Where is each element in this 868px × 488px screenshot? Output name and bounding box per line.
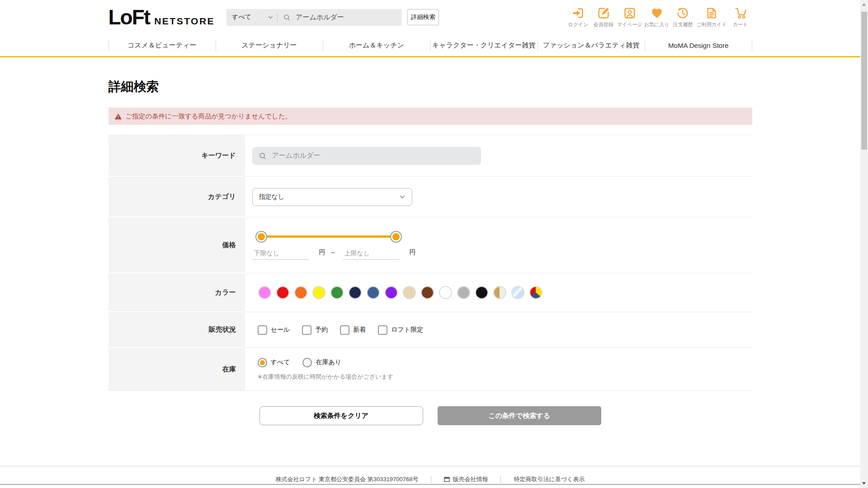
radio-button[interactable] [302, 358, 312, 367]
keyword-input[interactable] [271, 151, 475, 160]
utility-link-label: カート [733, 21, 748, 28]
footer-link[interactable]: 販売会社情報 [444, 475, 488, 483]
nav-item[interactable]: ファッション＆バラエティ雑貨 [538, 34, 645, 56]
register-icon [597, 6, 610, 20]
stock-label: 在庫 [108, 348, 245, 390]
chevron-down-icon [399, 194, 406, 200]
nav-item[interactable]: ステーショナリー [216, 34, 323, 56]
sales-status-option[interactable]: ロフト限定 [378, 325, 423, 335]
search-icon [259, 152, 267, 160]
price-separator: ～ [330, 249, 336, 257]
footer-company-text: 株式会社ロフト 東京都公安委員会 第303319700768号 [276, 475, 419, 483]
color-swatch-gray[interactable] [458, 287, 469, 298]
utility-link-label: ログイン [568, 21, 588, 28]
keyword-field [252, 147, 481, 165]
checkbox-label: 新着 [353, 326, 366, 334]
loft-logo[interactable]: LoFt NETSTORE [108, 7, 215, 28]
radio-label: すべて [271, 358, 290, 366]
checkbox[interactable] [302, 325, 311, 335]
header-search-bar: すべて [226, 9, 402, 26]
slider-handle-min[interactable] [255, 231, 267, 243]
search-icon [283, 14, 291, 21]
error-message: ご指定の条件に一致する商品が見つかりませんでした。 [108, 108, 752, 125]
radio-button[interactable] [258, 358, 267, 367]
price-max-input[interactable] [343, 249, 400, 260]
sales-status-label: 販売状況 [108, 312, 245, 348]
header-link-mypage[interactable]: マイページ [617, 6, 642, 28]
nav-item[interactable]: コスメ＆ビューティー [108, 34, 216, 56]
header-link-register[interactable]: 会員登録 [592, 6, 615, 28]
scrollbar-up-arrow[interactable] [862, 3, 866, 6]
color-swatch-white[interactable] [440, 287, 451, 298]
nav-item[interactable]: MoMA Design Store [645, 34, 752, 56]
category-label: カテゴリ [108, 177, 245, 217]
header-link-guide[interactable]: ご利用ガイド [696, 6, 726, 28]
nav-item[interactable]: キャラクター・クリエイター雑貨 [430, 34, 537, 56]
category-select[interactable]: 指定なし [252, 188, 412, 206]
color-swatch-gold-silver[interactable] [494, 287, 505, 298]
header-link-order-history[interactable]: 注文履歴 [671, 6, 694, 28]
color-swatch-blue[interactable] [368, 287, 379, 298]
advanced-search-form: キーワード カテゴリ 指定なし 価格 [108, 135, 752, 391]
color-swatch-green[interactable] [331, 287, 343, 298]
color-swatch-orange[interactable] [295, 287, 307, 298]
advanced-search-button[interactable]: 詳細検索 [407, 9, 439, 25]
keyword-label: キーワード [108, 135, 245, 177]
color-swatch-multicolor[interactable] [530, 287, 542, 298]
favorites-icon [650, 6, 664, 20]
footer-divider [431, 476, 431, 483]
error-text: ご指定の条件に一致する商品が見つかりませんでした。 [126, 112, 292, 121]
checkbox-label: 予約 [315, 326, 328, 334]
header-search-input[interactable] [295, 13, 396, 22]
color-swatch-purple[interactable] [386, 287, 397, 298]
color-swatch-yellow[interactable] [313, 287, 325, 298]
cart-icon [734, 6, 747, 20]
header-link-login[interactable]: ログイン [566, 6, 590, 28]
footer-link[interactable]: 特定商取引法に基づく表示 [514, 475, 585, 483]
footer-link-label: 特定商取引法に基づく表示 [514, 475, 585, 483]
slider-handle-max[interactable] [390, 231, 402, 243]
header: LoFt NETSTORE すべて 詳細検索 ログイン [108, 0, 752, 34]
color-swatch-black[interactable] [476, 287, 487, 298]
color-swatch-red[interactable] [277, 287, 288, 298]
color-swatch-brown[interactable] [422, 287, 433, 298]
sales-status-option[interactable]: 新着 [340, 325, 366, 335]
search-with-conditions-button[interactable]: この条件で検索する [438, 406, 601, 425]
page-bottom-divider [0, 484, 860, 485]
nav-item[interactable]: ホーム＆キッチン [323, 34, 430, 56]
price-min-input[interactable] [252, 249, 309, 260]
header-link-cart[interactable]: カート [729, 6, 752, 28]
sales-status-option[interactable]: セール [258, 325, 290, 335]
category-selected-value: 指定なし [259, 193, 285, 201]
checkbox-label: ロフト限定 [391, 326, 423, 334]
radio-label: 在庫あり [316, 358, 341, 366]
stock-option-in-stock[interactable]: 在庫あり [302, 358, 341, 367]
checkbox[interactable] [378, 325, 387, 335]
logo-secondary: NETSTORE [154, 16, 215, 27]
sales-status-option[interactable]: 予約 [302, 325, 328, 335]
category-nav: コスメ＆ビューティー ステーショナリー ホーム＆キッチン キャラクター・クリエイ… [0, 34, 860, 57]
scrollbar-down-arrow[interactable] [862, 482, 866, 485]
checkbox[interactable] [340, 325, 349, 335]
header-link-favorites[interactable]: お気に入り [644, 6, 670, 28]
color-swatch-navy[interactable] [349, 287, 361, 298]
chevron-down-icon [268, 14, 274, 20]
warning-icon [114, 113, 122, 120]
slider-track[interactable] [261, 235, 396, 238]
color-swatch-beige[interactable] [404, 287, 415, 298]
scrollbar-thumb[interactable] [861, 12, 867, 150]
footer-divider [500, 476, 501, 483]
vertical-scrollbar [860, 0, 868, 488]
header-utility-links: ログイン 会員登録 マイページ お気に入り [566, 6, 752, 28]
stock-option-all[interactable]: すべて [258, 358, 290, 367]
order-history-icon [676, 6, 689, 20]
checkbox[interactable] [258, 325, 267, 335]
search-scope-select[interactable]: すべて [226, 13, 277, 21]
clear-conditions-button[interactable]: 検索条件をクリア [259, 406, 423, 425]
utility-link-label: マイページ [617, 21, 642, 28]
stock-note: ※在庫情報の反映に時間がかかる場合がございます [258, 373, 394, 381]
color-swatch-pink[interactable] [259, 287, 270, 298]
color-swatch-clear[interactable] [512, 287, 524, 298]
mypage-icon [623, 6, 637, 20]
logo-primary: LoFt [108, 7, 150, 28]
